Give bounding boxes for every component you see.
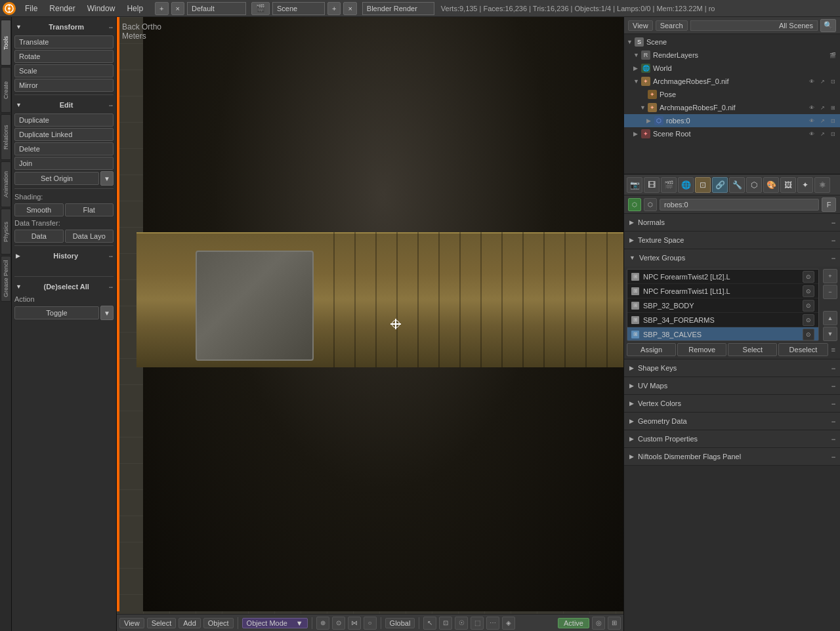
- deselect-all-header[interactable]: ▼ (De)select All ···: [14, 279, 114, 294]
- armature2-eye[interactable]: 👁: [807, 103, 816, 112]
- workspace-name[interactable]: Default: [187, 2, 246, 15]
- sceneroot-eye[interactable]: 👁: [807, 129, 816, 138]
- scale-btn[interactable]: Scale: [14, 64, 114, 77]
- vp-icon-local[interactable]: ⊙: [332, 617, 345, 630]
- geometry-data-header[interactable]: ▶ Geometry Data ···: [624, 413, 840, 430]
- robes-render[interactable]: ⊡: [828, 116, 837, 125]
- vp-add-btn[interactable]: Add: [178, 618, 201, 628]
- props-icon-material[interactable]: 🎨: [763, 177, 779, 193]
- vg-item-3[interactable]: ⊞ SBP_34_FOREARMS ⊙: [627, 313, 818, 327]
- vg-up-btn[interactable]: ▲: [823, 311, 837, 325]
- viewport[interactable]: Back Ortho Meters (1) robes:0 View Selec…: [117, 17, 623, 631]
- duplicate-linked-btn[interactable]: Duplicate Linked: [14, 128, 114, 141]
- sceneroot-render[interactable]: ⊡: [828, 129, 837, 138]
- scene-name[interactable]: Scene: [272, 2, 325, 15]
- uv-maps-header[interactable]: ▶ UV Maps ···: [624, 377, 840, 394]
- render-engine-dropdown[interactable]: Blender Render: [362, 2, 434, 15]
- active-badge[interactable]: Active: [558, 618, 589, 628]
- workspace-add-btn[interactable]: +: [155, 2, 168, 15]
- vp-icon-7[interactable]: ◎: [592, 617, 605, 630]
- toggle-dropdown-arrow[interactable]: ▼: [100, 306, 114, 320]
- set-origin-btn[interactable]: Set Origin: [14, 172, 99, 185]
- vg-item-4[interactable]: ⊞ SBP_38_CALVES ⊙: [627, 327, 818, 341]
- props-obj-name[interactable]: robes:0: [660, 199, 819, 211]
- vp-icon-8[interactable]: ⊞: [608, 617, 621, 630]
- smooth-btn[interactable]: Smooth: [14, 203, 64, 216]
- rotate-btn[interactable]: Rotate: [14, 50, 114, 63]
- armature1-cursor[interactable]: ↗: [818, 77, 827, 86]
- robes-eye[interactable]: 👁: [807, 116, 816, 125]
- menu-render[interactable]: Render: [44, 3, 80, 14]
- outliner-search-icon[interactable]: 🔍: [820, 19, 836, 32]
- props-icon-texture[interactable]: 🖼: [780, 177, 796, 193]
- menu-help[interactable]: Help: [121, 3, 148, 14]
- blender-logo[interactable]: [3, 2, 16, 15]
- vg-item-1[interactable]: ⊞ NPC ForearmTwist1 [Lt1].L ⊙: [627, 284, 818, 298]
- vg-sub-btn[interactable]: −: [823, 285, 837, 299]
- outliner-item-sceneroot[interactable]: ▶ ✦ Scene Root 👁 ↗ ⊡: [624, 127, 840, 140]
- armature2-cursor[interactable]: ↗: [818, 103, 827, 112]
- props-icon-particle[interactable]: ✦: [797, 177, 813, 193]
- props-icon-world[interactable]: 🌐: [678, 177, 694, 193]
- vp-coord-label[interactable]: Global: [385, 618, 415, 628]
- join-btn[interactable]: Join: [14, 157, 114, 170]
- outliner-item-world[interactable]: ▶ 🌐 World: [624, 62, 840, 75]
- props-link-icon[interactable]: ⬡: [644, 198, 657, 211]
- vp-icon-4[interactable]: ⬚: [471, 617, 484, 630]
- outliner-view-btn[interactable]: View: [628, 20, 653, 31]
- sceneroot-cursor[interactable]: ↗: [818, 129, 827, 138]
- props-icon-renderlayer[interactable]: 🎞: [644, 177, 660, 193]
- vg-assign-btn[interactable]: Assign: [627, 343, 676, 356]
- tab-animation[interactable]: Animation: [1, 161, 11, 207]
- vg-remove-0[interactable]: ⊙: [803, 271, 814, 283]
- scene-close-btn[interactable]: ×: [343, 2, 356, 15]
- vp-icon-5[interactable]: ⋯: [486, 617, 499, 630]
- props-f-btn[interactable]: F: [822, 197, 836, 212]
- outliner-item-armature1[interactable]: ▼ ✦ ArchmageRobesF_0.nif 👁 ↗ ⊡: [624, 75, 840, 88]
- vp-icon-3[interactable]: ☉: [455, 617, 468, 630]
- flat-btn[interactable]: Flat: [65, 203, 114, 216]
- outliner-scene-dropdown[interactable]: All Scenes: [690, 20, 818, 31]
- set-origin-dropdown-arrow[interactable]: ▼: [100, 171, 114, 186]
- workspace-close-btn[interactable]: ×: [171, 2, 184, 15]
- edit-section-header[interactable]: ▼ Edit ···: [14, 98, 114, 112]
- props-icon-object[interactable]: ⊡: [695, 177, 711, 193]
- vg-down-btn[interactable]: ▼: [823, 327, 837, 341]
- vg-remove-1[interactable]: ⊙: [803, 285, 814, 297]
- vertex-groups-header[interactable]: ▼ Vertex Groups ···: [624, 249, 840, 266]
- outliner-item-armature2[interactable]: ▼ ✦ ArchmageRobesF_0.nif 👁 ↗ ⊞: [624, 101, 840, 114]
- robes-cursor[interactable]: ↗: [818, 116, 827, 125]
- history-section-header[interactable]: ▶ History ···: [14, 249, 114, 263]
- vg-remove-2[interactable]: ⊙: [803, 300, 814, 312]
- data-btn[interactable]: Data: [14, 230, 64, 243]
- armature1-render[interactable]: ⊡: [828, 77, 837, 86]
- texture-space-header[interactable]: ▶ Texture Space ···: [624, 232, 840, 249]
- vp-object-btn[interactable]: Object: [203, 618, 234, 628]
- outliner-item-robes[interactable]: ▶ ⬡ robes:0 👁 ↗ ⊡: [624, 114, 840, 127]
- custom-props-header[interactable]: ▶ Custom Properties ···: [624, 430, 840, 447]
- vertex-colors-header[interactable]: ▶ Vertex Colors ···: [624, 395, 840, 412]
- menu-window[interactable]: Window: [82, 3, 121, 14]
- scene-add-btn[interactable]: +: [327, 2, 341, 15]
- renderlayer-btn1[interactable]: 🎬: [828, 51, 837, 60]
- props-icon-scene[interactable]: 📷: [627, 177, 642, 193]
- normals-header[interactable]: ▶ Normals ···: [624, 214, 840, 231]
- props-icon-constraint[interactable]: 🔗: [712, 177, 728, 193]
- vg-remove-sel-btn[interactable]: Remove: [677, 343, 726, 356]
- menu-file[interactable]: File: [20, 3, 43, 14]
- vp-icon-snap[interactable]: ⋈: [348, 617, 361, 630]
- armature1-eye[interactable]: 👁: [807, 77, 816, 86]
- vp-icon-1[interactable]: ↖: [423, 617, 436, 630]
- mirror-btn[interactable]: Mirror: [14, 79, 114, 92]
- tab-relations[interactable]: Relations: [1, 114, 11, 160]
- outliner-item-renderlayers[interactable]: ▼ R RenderLayers 🎬: [624, 49, 840, 62]
- vg-deselect-btn[interactable]: Deselect: [778, 343, 828, 356]
- delete-btn[interactable]: Delete: [14, 142, 114, 155]
- translate-btn[interactable]: Translate: [14, 35, 114, 49]
- vp-icon-2[interactable]: ⊡: [439, 617, 452, 630]
- vg-add-btn[interactable]: +: [823, 269, 837, 283]
- niftools-header[interactable]: ▶ Niftools Dismember Flags Panel ···: [624, 448, 840, 465]
- transform-section-header[interactable]: ▼ Transform ···: [14, 20, 114, 34]
- props-icon-physics[interactable]: ⚛: [814, 177, 830, 193]
- vp-icon-global[interactable]: ⊕: [316, 617, 329, 630]
